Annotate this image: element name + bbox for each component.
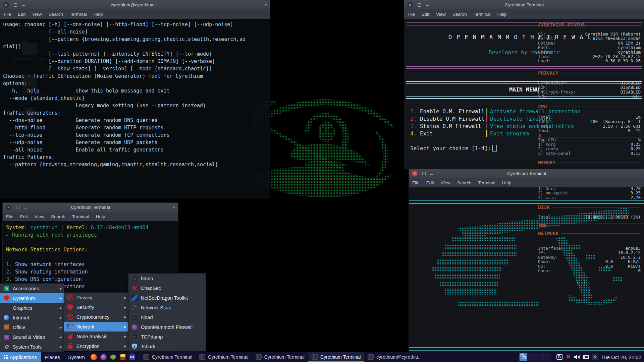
menu-item[interactable]: Cyrethium ▶ bbox=[0, 293, 64, 303]
firefox-icon[interactable] bbox=[91, 354, 97, 360]
menu-item[interactable]: ⚙ System Tools ▶ bbox=[0, 342, 64, 352]
restore-icon[interactable] bbox=[16, 206, 19, 209]
network-tray-icon[interactable] bbox=[583, 355, 589, 359]
terminal-menu-item[interactable]: Edit bbox=[14, 12, 29, 17]
dnscrypt-lock-icon[interactable]: DNS bbox=[129, 354, 135, 360]
terminal-menu-item[interactable]: Edit bbox=[423, 180, 437, 185]
terminal-menu-item[interactable]: View bbox=[437, 180, 454, 185]
volume-tray-icon[interactable] bbox=[574, 354, 580, 360]
terminal-menu-item[interactable]: Help bbox=[494, 12, 510, 17]
menu-item[interactable]: ♫ Sound & Video ▶ bbox=[0, 332, 64, 342]
taskbar-window-button[interactable]: >_ Cyrethium Terminal bbox=[252, 352, 308, 362]
menu-item[interactable]: >_ TCPdump bbox=[128, 332, 206, 342]
terminal-menu-item[interactable]: File bbox=[0, 12, 14, 17]
submenu-arrow-icon: ▶ bbox=[124, 315, 126, 319]
menu-item-label: Cryptocurrency bbox=[76, 314, 109, 320]
menu-item[interactable]: Internet ▶ bbox=[0, 313, 64, 322]
restore-icon[interactable] bbox=[422, 172, 426, 175]
terminal-line: cial}] bbox=[3, 43, 267, 50]
places-menu-button[interactable]: Places bbox=[41, 354, 64, 360]
terminal-menu-item[interactable]: Search bbox=[454, 180, 475, 185]
terminal-content[interactable]: usage: chaosec [-h] [--dns-noise] [--htt… bbox=[0, 19, 270, 198]
terminal-menu-item[interactable]: File bbox=[409, 180, 423, 185]
clock[interactable]: Tue Oct 28, 22:02 bbox=[601, 354, 641, 360]
titlebar[interactable]: ✕ cyrethium@cyrethium: ~ ▾ bbox=[0, 0, 270, 9]
submenu-arrow-icon: ▶ bbox=[124, 296, 126, 299]
close-icon[interactable]: ✕ bbox=[6, 204, 11, 210]
menu-item[interactable]: Network Stats bbox=[128, 303, 206, 312]
menu-item[interactable]: Security ▶ bbox=[64, 302, 128, 312]
terminal-menu-item[interactable]: File bbox=[3, 214, 17, 219]
terminal-menu-item[interactable]: Terminal bbox=[475, 180, 499, 185]
workspace-2[interactable] bbox=[527, 353, 535, 361]
terminal-content[interactable]: WIRELESS SECURITY TOOLKIT Developed by r… bbox=[409, 187, 644, 352]
menu-item[interactable]: Network ▶ bbox=[64, 322, 128, 331]
terminal-menu-item[interactable]: Search bbox=[45, 12, 66, 17]
power-tray-icon[interactable] bbox=[592, 354, 598, 360]
menu-item[interactable]: ChaoSec bbox=[128, 283, 206, 293]
workspace-3[interactable] bbox=[535, 353, 542, 361]
terminal-menu-item[interactable]: Help bbox=[93, 214, 109, 219]
menu-item[interactable]: Privacy ▶ bbox=[64, 293, 128, 302]
terminal-menu-item[interactable]: File bbox=[404, 12, 418, 17]
terminal-menu-item[interactable]: Edit bbox=[17, 214, 31, 219]
minimize-icon[interactable] bbox=[24, 206, 27, 208]
menu-item[interactable]: >_ bmon bbox=[128, 274, 206, 283]
menu-item[interactable]: Office ▶ bbox=[0, 322, 64, 332]
chevron-down-icon[interactable]: ▾ bbox=[173, 205, 175, 209]
titlebar[interactable]: ✕ Cyrethium Terminal bbox=[409, 169, 644, 178]
workspace-4[interactable] bbox=[542, 353, 550, 361]
taskbar-window-button[interactable]: >_ Cyrethium Terminal bbox=[196, 352, 252, 362]
terminal-menu-item[interactable]: Search bbox=[48, 214, 69, 219]
menu-item[interactable]: ✎ Accessories ▶ bbox=[0, 284, 64, 293]
restore-icon[interactable] bbox=[418, 3, 421, 7]
menu-item[interactable]: Node Analysis ▶ bbox=[64, 331, 128, 341]
menu-item-label: System Tools bbox=[13, 344, 42, 350]
minimize-icon[interactable] bbox=[430, 173, 433, 175]
menu-item[interactable]: Tshark bbox=[128, 342, 206, 351]
workspace-switcher[interactable] bbox=[519, 353, 550, 361]
terminal-menu-item[interactable]: Help bbox=[499, 180, 515, 185]
terminal-menu-item[interactable]: Terminal bbox=[66, 12, 90, 17]
minimize-icon[interactable] bbox=[22, 4, 25, 6]
firewall-alert-tray-icon[interactable]: ✖ bbox=[566, 354, 571, 360]
menu-item[interactable]: NetSecDragon Toolkit bbox=[128, 293, 206, 303]
menu-item[interactable]: B Cryptocurrency ▶ bbox=[64, 312, 128, 322]
close-icon[interactable]: ✕ bbox=[407, 2, 413, 8]
submenu-arrow-icon: ▶ bbox=[60, 316, 62, 319]
terminal-menu-item[interactable]: Terminal bbox=[69, 214, 93, 219]
terminal-menu-item[interactable]: Terminal bbox=[470, 12, 494, 17]
chevron-down-icon[interactable]: ▾ bbox=[265, 3, 267, 7]
close-icon[interactable]: ✕ bbox=[3, 2, 9, 8]
terminal-menu-item[interactable]: Help bbox=[90, 12, 106, 17]
terminal-menu-item[interactable]: View bbox=[31, 214, 48, 219]
menu-item-label: Network bbox=[76, 324, 94, 329]
menu-item[interactable]: OpenMammoth Firewall bbox=[128, 322, 206, 332]
screensaver-tray-icon[interactable]: Zz bbox=[556, 354, 563, 360]
terminal-app-icon: >_ bbox=[131, 334, 138, 340]
terminal-menu-item[interactable]: View bbox=[29, 12, 45, 17]
network-mapper-icon[interactable] bbox=[120, 354, 125, 360]
taskbar-window-button[interactable]: >_ Cyrethium Terminal bbox=[140, 352, 196, 362]
tor-browser-icon[interactable] bbox=[100, 354, 107, 360]
menu-item[interactable]: Graphics ▶ bbox=[0, 303, 64, 313]
terminal-menu-item[interactable]: Search bbox=[449, 12, 470, 17]
workspace-1[interactable] bbox=[520, 353, 527, 361]
terminal-menu-item[interactable]: Edit bbox=[418, 12, 433, 17]
window-title: Cyrethium Terminal bbox=[409, 171, 644, 176]
taskbar-window-button[interactable]: >_ cyrethium@cyrethiu... bbox=[364, 352, 424, 362]
restore-icon[interactable] bbox=[14, 3, 17, 7]
taskbar: Applications Places System DNS >_ Cyreth… bbox=[0, 352, 644, 362]
applications-menu-button[interactable]: Applications bbox=[0, 352, 41, 362]
terminal-content[interactable]: O P E N M A M M O T H F I R E W A L L De… bbox=[404, 19, 644, 169]
minimize-icon[interactable] bbox=[426, 4, 429, 6]
terminal-menu-item[interactable]: View bbox=[433, 12, 449, 17]
titlebar[interactable]: ✕ Cyrethium Terminal ▾ bbox=[3, 203, 178, 212]
onion-icon[interactable] bbox=[110, 353, 117, 360]
taskbar-window-button[interactable]: >_ Cyrethium Terminal bbox=[308, 352, 364, 362]
system-menu-button[interactable]: System bbox=[64, 354, 89, 360]
menu-item[interactable]: Encryption ▶ bbox=[64, 341, 128, 351]
close-icon[interactable]: ✕ bbox=[412, 171, 418, 176]
titlebar[interactable]: ✕ Cyrethium Terminal bbox=[404, 0, 644, 9]
menu-item[interactable]: >_ nload bbox=[128, 312, 206, 322]
